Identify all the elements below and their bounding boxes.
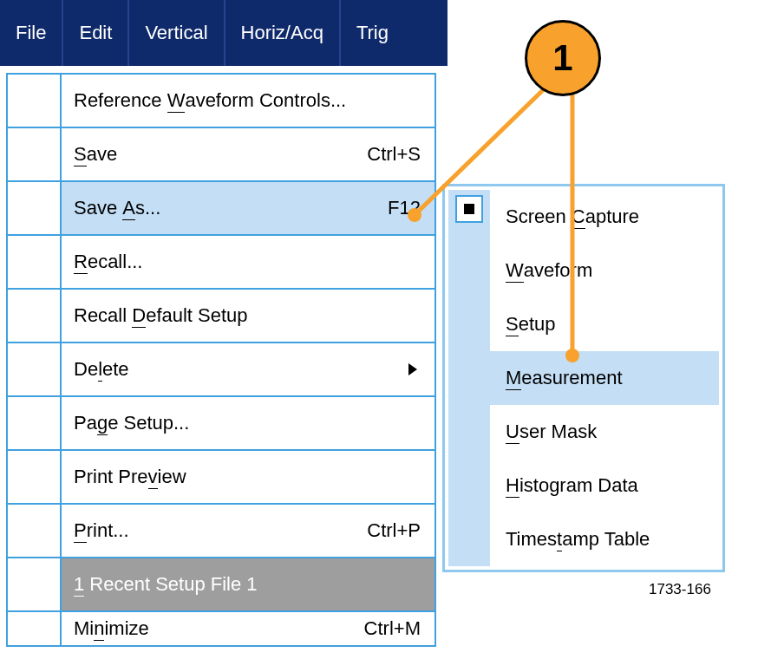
- menuitem-minimize[interactable]: Minimize Ctrl+M: [8, 612, 434, 647]
- menuitem-recent-setup-file[interactable]: 1 Recent Setup File 1: [8, 558, 434, 612]
- menuitem-label: Save: [74, 143, 117, 166]
- menuitem-label: Page Setup...: [74, 412, 189, 434]
- menuitem-save[interactable]: Save Ctrl+S: [8, 128, 434, 182]
- shortcut-label: Ctrl+S: [367, 143, 421, 166]
- menu-gutter: [8, 128, 62, 180]
- submenu-label: User Mask: [506, 421, 597, 443]
- menu-gutter: [8, 343, 62, 395]
- shortcut-label: Ctrl+M: [364, 617, 421, 640]
- submenu-waveform[interactable]: Waveform: [490, 244, 719, 297]
- submenu-label: Waveform: [506, 259, 592, 282]
- saveas-submenu: Screen Capture Waveform Setup Measuremen…: [442, 184, 725, 572]
- menu-gutter: [8, 75, 62, 127]
- submenu-label: Screen Capture: [506, 206, 639, 228]
- callout-1: 1: [525, 20, 601, 96]
- submenu-label: Histogram Data: [506, 474, 638, 497]
- menuitem-recall-default-setup[interactable]: Recall Default Setup: [8, 290, 434, 343]
- figure-id: 1733-166: [649, 581, 711, 598]
- menuitem-label: Reference Waveform Controls...: [74, 89, 346, 112]
- menu-edit[interactable]: Edit: [62, 0, 127, 66]
- submenu-screen-capture[interactable]: Screen Capture: [490, 190, 719, 244]
- shortcut-label: F12: [388, 197, 421, 219]
- callout-label: 1: [552, 37, 572, 79]
- submenu-measurement[interactable]: Measurement: [490, 351, 719, 405]
- menu-gutter: [8, 451, 62, 503]
- menuitem-label: Save As...: [74, 197, 160, 219]
- menuitem-label: Recall...: [74, 251, 142, 273]
- menuitem-label: Recall Default Setup: [74, 304, 248, 327]
- menuitem-label: Minimize: [74, 617, 149, 640]
- menu-gutter: [8, 397, 62, 449]
- menubar: File Edit Vertical Horiz/Acq Trig: [0, 0, 448, 66]
- submenu-histogram-data[interactable]: Histogram Data: [490, 459, 719, 512]
- menuitem-label: Print...: [74, 519, 129, 542]
- menu-gutter: [8, 612, 62, 645]
- file-menu: Reference Waveform Controls... Save Ctrl…: [6, 73, 436, 647]
- menuitem-save-as[interactable]: Save As... F12: [8, 182, 434, 236]
- menuitem-label: 1 Recent Setup File 1: [74, 573, 258, 596]
- submenu-label: Measurement: [506, 367, 623, 389]
- menu-vertical[interactable]: Vertical: [127, 0, 223, 66]
- menuitem-delete[interactable]: Delete: [8, 343, 434, 397]
- menu-file[interactable]: File: [0, 0, 62, 66]
- chevron-right-icon: [408, 363, 417, 375]
- menuitem-label: Print Preview: [74, 466, 186, 488]
- menu-gutter: [8, 236, 62, 288]
- menu-gutter: [8, 505, 62, 557]
- submenu-setup[interactable]: Setup: [490, 297, 719, 351]
- submenu-gutter: [448, 190, 490, 566]
- menu-gutter: [8, 290, 62, 342]
- shortcut-label: Ctrl+P: [367, 519, 421, 542]
- submenu-user-mask[interactable]: User Mask: [490, 405, 719, 459]
- menu-gutter: [8, 182, 62, 234]
- menu-trig[interactable]: Trig: [339, 0, 394, 66]
- menuitem-reference-waveform-controls[interactable]: Reference Waveform Controls...: [8, 75, 434, 128]
- menuitem-print-preview[interactable]: Print Preview: [8, 451, 434, 505]
- menuitem-page-setup[interactable]: Page Setup...: [8, 397, 434, 451]
- checkbox-icon: [455, 195, 483, 223]
- menuitem-label: Delete: [74, 358, 129, 381]
- menu-horiz-acq[interactable]: Horiz/Acq: [224, 0, 339, 66]
- submenu-label: Timestamp Table: [506, 528, 650, 551]
- submenu-timestamp-table[interactable]: Timestamp Table: [490, 512, 719, 566]
- menuitem-print[interactable]: Print... Ctrl+P: [8, 505, 434, 558]
- menu-gutter: [8, 558, 62, 610]
- submenu-label: Setup: [506, 313, 556, 336]
- menuitem-recall[interactable]: Recall...: [8, 236, 434, 290]
